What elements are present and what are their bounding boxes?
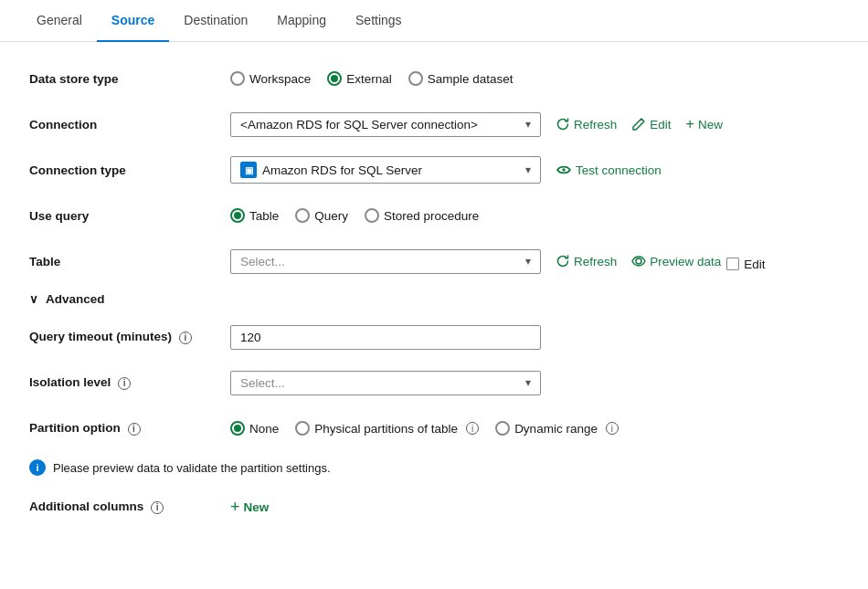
chevron-down-icon: ▾ (525, 376, 531, 389)
table-edit-label: Edit (744, 258, 765, 271)
connection-edit-label: Edit (650, 118, 671, 131)
tab-destination[interactable]: Destination (169, 0, 262, 42)
connection-refresh-link[interactable]: Refresh (556, 117, 617, 131)
isolation-level-select[interactable]: Select... ▾ (230, 371, 541, 395)
radio-none[interactable]: None (230, 421, 279, 436)
physical-partitions-info-icon[interactable]: i (466, 422, 479, 435)
radio-sample-dataset[interactable]: Sample dataset (408, 71, 513, 86)
radio-stored-procedure[interactable]: Stored procedure (365, 208, 479, 223)
svg-point-0 (562, 168, 565, 171)
dynamic-range-info-icon[interactable]: i (606, 422, 619, 435)
data-store-type-control: Workspace External Sample dataset (230, 71, 839, 86)
radio-physical-partitions[interactable]: Physical partitions of table i (295, 421, 479, 436)
data-store-type-label: Data store type (29, 72, 230, 86)
radio-external-label: External (346, 72, 392, 86)
table-row: Table Select... ▾ Refresh (29, 247, 839, 276)
radio-none-circle (230, 421, 245, 436)
refresh-icon (556, 117, 570, 131)
isolation-level-control: Select... ▾ (230, 371, 839, 395)
isolation-level-label: Isolation level i (29, 375, 230, 389)
data-store-type-row: Data store type Workspace External Sampl… (29, 64, 839, 93)
connection-select[interactable]: <Amazon RDS for SQL Server connection> ▾ (230, 112, 541, 137)
connection-type-row: Connection type ▣ Amazon RDS for SQL Ser… (29, 155, 839, 184)
radio-dynamic-range-circle (495, 421, 510, 436)
radio-dynamic-range-label: Dynamic range (514, 422, 598, 436)
advanced-section-header[interactable]: ∨ Advanced (29, 292, 839, 306)
table-select[interactable]: Select... ▾ (230, 249, 541, 274)
connection-new-link[interactable]: + New (686, 117, 723, 131)
additional-columns-label: Additional columns i (29, 500, 230, 513)
connection-edit-link[interactable]: Edit (631, 117, 671, 131)
form-content: Data store type Workspace External Sampl… (0, 42, 868, 560)
connection-type-select[interactable]: ▣ Amazon RDS for SQL Server ▾ (230, 156, 541, 184)
query-timeout-label: Query timeout (minutes) i (29, 330, 230, 343)
isolation-level-info-icon[interactable]: i (118, 377, 131, 390)
radio-table-label: Table (249, 209, 279, 223)
radio-none-label: None (249, 422, 279, 436)
connection-type-control: ▣ Amazon RDS for SQL Server ▾ Test conne… (230, 156, 839, 184)
test-connection-icon (556, 162, 572, 178)
additional-columns-info-icon[interactable]: i (151, 501, 164, 514)
radio-physical-partitions-label: Physical partitions of table (314, 422, 458, 436)
tab-bar: General Source Destination Mapping Setti… (0, 0, 868, 42)
partition-option-row: Partition option i None Physical partiti… (29, 414, 839, 443)
plus-icon: + (686, 117, 694, 131)
radio-workspace[interactable]: Workspace (230, 71, 311, 86)
connection-control: <Amazon RDS for SQL Server connection> ▾… (230, 112, 839, 137)
preview-icon (631, 254, 646, 268)
plus-icon: + (230, 499, 240, 515)
radio-stored-procedure-label: Stored procedure (384, 209, 479, 223)
connection-select-value: <Amazon RDS for SQL Server connection> (240, 118, 478, 131)
tab-general[interactable]: General (22, 0, 97, 42)
connection-type-label: Connection type (29, 163, 230, 177)
table-refresh-label: Refresh (574, 255, 617, 268)
radio-sample-dataset-label: Sample dataset (428, 72, 513, 86)
additional-columns-new-link[interactable]: + New (230, 499, 269, 515)
test-connection-label: Test connection (576, 163, 662, 177)
connection-new-label: New (698, 118, 723, 131)
chevron-down-icon: ▾ (525, 118, 531, 131)
connection-label: Connection (29, 118, 230, 131)
radio-physical-partitions-circle (295, 421, 310, 436)
connection-type-value: Amazon RDS for SQL Server (262, 163, 422, 177)
radio-external[interactable]: External (327, 71, 392, 86)
table-refresh-link[interactable]: Refresh (556, 254, 617, 268)
info-circle-icon: i (29, 459, 46, 476)
partition-option-info-icon[interactable]: i (128, 423, 141, 436)
partition-option-label: Partition option i (29, 421, 230, 435)
radio-query-label: Query (314, 209, 348, 223)
radio-dynamic-range[interactable]: Dynamic range i (495, 421, 619, 436)
radio-stored-procedure-circle (365, 208, 379, 223)
test-connection-link[interactable]: Test connection (556, 162, 662, 178)
info-message-text: Please preview data to validate the part… (53, 461, 331, 475)
info-message: i Please preview data to validate the pa… (29, 459, 839, 476)
preview-data-link[interactable]: Preview data (631, 254, 721, 268)
additional-columns-control: + New (230, 499, 839, 515)
tab-source[interactable]: Source (97, 0, 169, 42)
chevron-down-icon: ▾ (525, 255, 531, 268)
radio-external-circle (327, 71, 342, 86)
additional-columns-new-label: New (244, 500, 270, 514)
use-query-radio-group: Table Query Stored procedure (230, 208, 479, 223)
tab-settings[interactable]: Settings (341, 0, 417, 42)
table-placeholder: Select... (240, 255, 285, 268)
query-timeout-input[interactable] (230, 325, 541, 350)
use-query-row: Use query Table Query Stored procedure (29, 201, 839, 230)
partition-option-radio-group: None Physical partitions of table i Dyna… (230, 421, 619, 436)
connection-row: Connection <Amazon RDS for SQL Server co… (29, 110, 839, 139)
connection-refresh-label: Refresh (574, 118, 617, 131)
advanced-label: Advanced (46, 292, 105, 306)
tab-mapping[interactable]: Mapping (262, 0, 341, 42)
radio-table-circle (230, 208, 245, 223)
isolation-level-row: Isolation level i Select... ▾ (29, 368, 839, 397)
radio-table[interactable]: Table (230, 208, 279, 223)
preview-data-label: Preview data (650, 255, 721, 268)
query-timeout-info-icon[interactable]: i (179, 331, 192, 344)
query-timeout-row: Query timeout (minutes) i (29, 322, 839, 352)
table-edit-checkbox[interactable]: Edit (726, 258, 765, 271)
edit-icon (631, 117, 646, 131)
data-store-type-radio-group: Workspace External Sample dataset (230, 71, 513, 86)
radio-query[interactable]: Query (295, 208, 348, 223)
chevron-down-icon: ▾ (525, 163, 531, 176)
db-icon: ▣ (240, 162, 257, 178)
